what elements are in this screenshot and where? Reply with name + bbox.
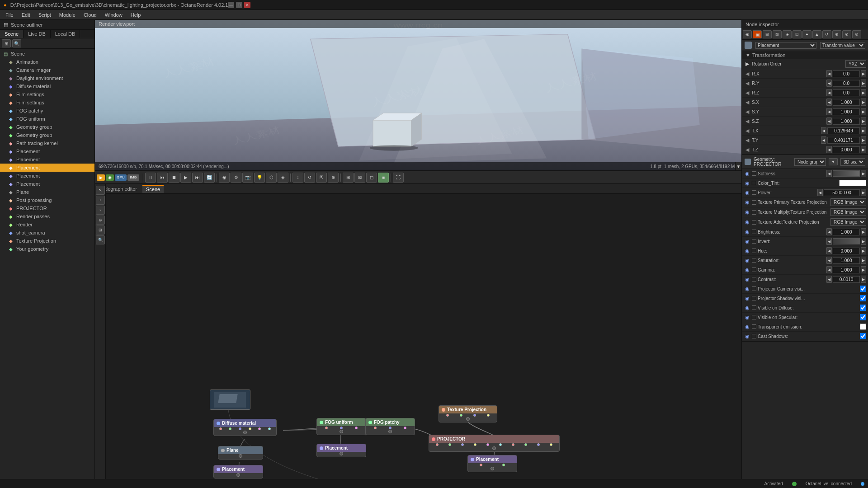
tex-add-toggle[interactable]	[752, 220, 756, 225]
softness-toggle[interactable]	[752, 171, 756, 176]
tree-item-render-passes[interactable]: ◆ Render passes	[0, 212, 94, 221]
tree-item-placement5[interactable]: ◆ Placement	[0, 180, 94, 188]
port[interactable]	[486, 443, 489, 446]
scale-btn[interactable]: ⇱	[316, 173, 327, 183]
sz-decrease[interactable]: ◀	[826, 117, 832, 125]
scale-type-select[interactable]: 3D scale	[840, 158, 865, 166]
softness-decrease[interactable]: ◀	[826, 170, 832, 177]
tree-item-scene[interactable]: ▤ Scene	[0, 50, 94, 58]
brightness-input[interactable]	[833, 229, 860, 235]
node-fog-patchy[interactable]: FOG patchy	[365, 418, 415, 435]
gamma-toggle[interactable]	[752, 267, 756, 272]
tree-item-animation[interactable]: ◆ Animation	[0, 58, 94, 66]
sidebar-search-btn[interactable]: 🔍	[12, 39, 21, 47]
proj-shad-vis-toggle[interactable]	[752, 296, 756, 300]
menu-module[interactable]: Module	[56, 11, 79, 19]
insp-btn-12[interactable]: ⊙	[852, 30, 861, 38]
tree-item-daylight[interactable]: ◆ Daylight environment	[0, 74, 94, 82]
tree-item-placement1[interactable]: ◆ Placement	[0, 147, 94, 155]
move-btn[interactable]: ↕	[292, 173, 303, 183]
solid-btn[interactable]: ■	[378, 173, 389, 183]
port[interactable]	[512, 443, 514, 446]
color-tint-toggle[interactable]	[752, 181, 756, 185]
ry-increase[interactable]: ▶	[861, 80, 866, 87]
ng-search-btn[interactable]: 🔍	[96, 235, 105, 244]
trans-emit-checkbox[interactable]	[860, 324, 866, 330]
contrast-increase[interactable]: ▶	[861, 276, 866, 283]
node-plane[interactable]: Plane	[218, 446, 263, 460]
vis-diff-checkbox[interactable]	[860, 305, 866, 311]
menu-help[interactable]: Help	[127, 11, 145, 19]
hue-decrease[interactable]: ◀	[826, 247, 832, 254]
node-projector[interactable]: PROJECTOR	[429, 435, 560, 452]
ty-increase[interactable]: ▶	[861, 136, 866, 144]
port[interactable]	[268, 427, 271, 430]
tree-item-shot-camera[interactable]: ◆ shot_camera	[0, 229, 94, 237]
next-frame-btn[interactable]: ⏭	[192, 173, 203, 183]
port-bottom[interactable]	[236, 473, 240, 477]
insp-btn-6[interactable]: ⊡	[793, 30, 802, 38]
wireframe-btn[interactable]: ◻	[366, 173, 377, 183]
cast-shadow-toggle[interactable]	[752, 334, 756, 338]
close-button[interactable]: ✕	[244, 2, 250, 8]
proj-cam-vis-toggle[interactable]	[752, 286, 756, 291]
softness-slider[interactable]	[833, 170, 860, 177]
power-decrease[interactable]: ◀	[817, 189, 823, 196]
ng-pointer-btn[interactable]: ↖	[96, 186, 105, 195]
stop-btn[interactable]: ⏹	[169, 173, 179, 183]
tree-item-placement4[interactable]: ◆ Placement	[0, 172, 94, 180]
render-btn[interactable]: ◉	[219, 173, 230, 183]
rz-decrease[interactable]: ◀	[826, 89, 832, 96]
camera-btn[interactable]: 📷	[242, 173, 253, 183]
insp-btn-11[interactable]: ⊗	[842, 30, 851, 38]
sat-increase[interactable]: ▶	[861, 257, 866, 264]
invert-increase[interactable]: ▶	[861, 238, 866, 245]
tree-item-texture[interactable]: ◆ Texture Projection	[0, 237, 94, 245]
invert-toggle[interactable]	[752, 239, 756, 244]
gamma-decrease[interactable]: ◀	[826, 266, 832, 273]
pause-btn[interactable]: ⏸	[145, 173, 156, 183]
port[interactable]	[436, 443, 439, 446]
prev-frame-btn[interactable]: ⏮	[157, 173, 168, 183]
tree-item-geo1[interactable]: ◆ Geometry group	[0, 123, 94, 131]
grid-btn[interactable]: ⊞	[343, 173, 354, 183]
color-tint-swatch[interactable]	[839, 180, 866, 186]
port[interactable]	[473, 414, 476, 417]
tx-decrease[interactable]: ◀	[821, 127, 826, 134]
port[interactable]	[499, 443, 502, 446]
tree-item-your-geo[interactable]: ◆ Your geometry	[0, 245, 94, 253]
rotation-order-select[interactable]: YXZ	[845, 60, 866, 68]
rz-increase[interactable]: ▶	[861, 89, 866, 96]
port[interactable]	[239, 427, 241, 430]
tree-item-fog-patchy[interactable]: ◆ FOG patchy	[0, 107, 94, 115]
transform-type-select[interactable]: Transform value	[820, 42, 865, 49]
gamma-increase[interactable]: ▶	[861, 266, 866, 273]
port[interactable]	[389, 427, 392, 429]
sx-increase[interactable]: ▶	[861, 99, 866, 106]
hue-increase[interactable]: ▶	[861, 247, 866, 254]
trans-emit-toggle[interactable]	[752, 324, 756, 329]
port[interactable]	[502, 464, 505, 466]
proj-cam-vis-checkbox[interactable]	[860, 286, 866, 292]
node-placement-right[interactable]: Placement	[467, 455, 517, 472]
port[interactable]	[460, 414, 462, 417]
rx-input[interactable]	[833, 70, 860, 77]
sx-input[interactable]	[833, 99, 860, 106]
power-increase[interactable]: ▶	[861, 189, 866, 196]
rx-decrease[interactable]: ◀	[826, 70, 832, 77]
port[interactable]	[355, 427, 358, 429]
node-fog-uniform[interactable]: FOG uniform	[316, 418, 366, 435]
tree-item-render[interactable]: ◆ Render	[0, 221, 94, 229]
power-toggle[interactable]	[752, 190, 756, 195]
tree-item-post[interactable]: ◆ Post processing	[0, 196, 94, 204]
node-diffuse-material[interactable]: Diffuse material	[213, 419, 277, 436]
snap-btn[interactable]: ⊠	[354, 173, 365, 183]
node-placement-left[interactable]: Placement	[316, 444, 366, 457]
geometry-type-select[interactable]: Node graph	[794, 158, 826, 166]
softness-increase[interactable]: ▶	[861, 170, 866, 177]
vis-diff-toggle[interactable]	[752, 305, 756, 310]
contrast-input[interactable]	[833, 276, 860, 283]
vis-spec-checkbox[interactable]	[860, 314, 866, 320]
menu-file[interactable]: File	[2, 11, 17, 19]
tab-local-db[interactable]: Local DB	[51, 30, 80, 38]
